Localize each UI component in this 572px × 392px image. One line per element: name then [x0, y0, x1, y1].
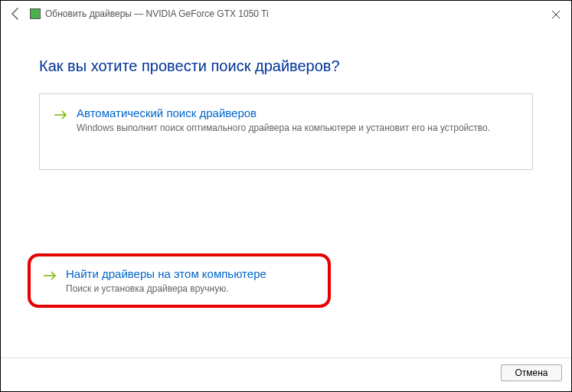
footer: Отмена — [1, 358, 571, 387]
option-manual-search[interactable]: Найти драйверы на этом компьютере Поиск … — [37, 263, 322, 299]
window-title: Обновить драйверы — NVIDIA GeForce GTX 1… — [45, 8, 269, 19]
dialog-window: Обновить драйверы — NVIDIA GeForce GTX 1… — [0, 0, 572, 392]
arrow-right-icon — [43, 269, 57, 286]
cancel-button[interactable]: Отмена — [501, 364, 562, 381]
option-manual-title: Найти драйверы на этом компьютере — [66, 267, 315, 280]
option-auto-desc: Windows выполнит поиск оптимального драй… — [77, 122, 518, 133]
highlight-annotation: Найти драйверы на этом компьютере Поиск … — [28, 253, 331, 308]
option-auto-search[interactable]: Автоматический поиск драйверов Windows в… — [39, 93, 533, 170]
titlebar: Обновить драйверы — NVIDIA GeForce GTX 1… — [1, 1, 571, 27]
content-area: Как вы хотите провести поиск драйверов? … — [1, 27, 571, 170]
option-text: Найти драйверы на этом компьютере Поиск … — [66, 267, 315, 294]
arrow-right-icon — [54, 108, 67, 125]
option-auto-title: Автоматический поиск драйверов — [77, 106, 518, 119]
back-button[interactable] — [8, 6, 24, 21]
option-manual-desc: Поиск и установка драйвера вручную. — [66, 283, 315, 294]
option-text: Автоматический поиск драйверов Windows в… — [77, 106, 518, 133]
device-icon — [30, 8, 41, 19]
close-button[interactable] — [547, 5, 565, 24]
page-heading: Как вы хотите провести поиск драйверов? — [39, 57, 533, 75]
